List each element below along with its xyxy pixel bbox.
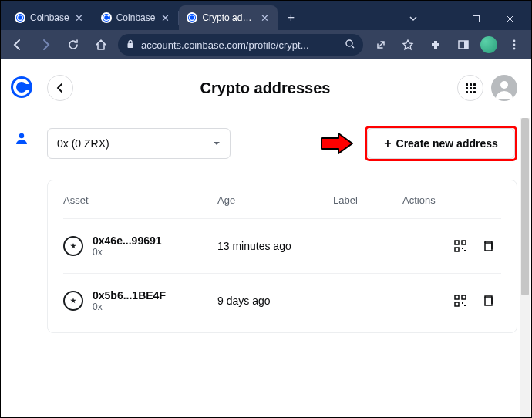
table-row: 0x5b6...1BE4F 0x 9 days ago — [63, 273, 501, 328]
tab-crypto-addresses[interactable]: Crypto addre ✕ — [179, 5, 278, 30]
minimize-button[interactable] — [425, 7, 459, 30]
col-actions: Actions — [402, 194, 501, 206]
svg-rect-28 — [455, 295, 459, 299]
col-age: Age — [217, 194, 333, 206]
page-header: Crypto addresses — [42, 70, 517, 106]
tab-title: Coinbase — [30, 12, 69, 23]
search-in-page-icon[interactable] — [345, 39, 355, 52]
copy-button[interactable] — [481, 239, 495, 253]
address-age: 9 days ago — [217, 295, 333, 307]
coinbase-favicon — [187, 12, 197, 23]
address-symbol: 0x — [93, 302, 166, 312]
address-symbol: 0x — [93, 247, 162, 258]
svg-rect-31 — [462, 302, 463, 304]
qr-code-button[interactable] — [453, 294, 467, 308]
reading-list-button[interactable] — [453, 34, 474, 56]
browser-titlebar: Coinbase ✕ Coinbase ✕ Crypto addre ✕ + — [1, 1, 531, 30]
callout-arrow-icon — [320, 132, 354, 155]
forward-button[interactable] — [35, 34, 56, 56]
svg-rect-30 — [455, 302, 459, 306]
dropdown-value: 0x (0 ZRX) — [57, 137, 109, 150]
create-label: Create new address — [396, 137, 498, 150]
home-button[interactable] — [90, 34, 112, 56]
scrollbar-thumb[interactable] — [521, 118, 529, 295]
tab-coinbase-2[interactable]: Coinbase ✕ — [93, 5, 179, 30]
create-new-address-button[interactable]: + Create new address — [367, 128, 515, 159]
lock-icon — [126, 39, 135, 51]
copy-button[interactable] — [481, 294, 495, 308]
address-age: 13 minutes ago — [217, 240, 333, 252]
caret-down-icon — [213, 137, 221, 150]
page-back-button[interactable] — [47, 75, 73, 101]
scrollbar[interactable] — [520, 118, 530, 417]
svg-point-20 — [19, 133, 24, 138]
svg-rect-22 — [455, 241, 459, 244]
addresses-table: Asset Age Label Actions 0x46e...99691 0x… — [47, 180, 517, 333]
svg-point-14 — [513, 40, 516, 42]
back-button[interactable] — [7, 34, 29, 56]
svg-rect-27 — [485, 243, 492, 251]
apps-grid-button[interactable] — [457, 75, 483, 101]
svg-rect-24 — [455, 248, 459, 251]
svg-rect-33 — [485, 298, 492, 305]
address-bar[interactable]: accounts.coinbase.com/profile/crypt... — [118, 34, 363, 56]
account-avatar-button[interactable] — [491, 75, 517, 101]
qr-code-button[interactable] — [453, 239, 467, 253]
address-hash: 0x46e...99691 — [93, 234, 162, 247]
share-button[interactable] — [369, 34, 391, 56]
new-tab-button[interactable]: + — [281, 8, 301, 28]
close-icon[interactable]: ✕ — [74, 12, 85, 23]
tab-title: Crypto addre — [202, 12, 254, 23]
svg-rect-10 — [128, 43, 133, 48]
svg-rect-13 — [464, 41, 468, 49]
tab-title: Coinbase — [116, 12, 156, 23]
window-controls — [425, 7, 527, 30]
reload-button[interactable] — [62, 34, 84, 56]
close-window-button[interactable] — [493, 7, 527, 30]
tab-search-button[interactable] — [402, 7, 425, 30]
svg-rect-29 — [462, 295, 466, 299]
table-header: Asset Age Label Actions — [63, 180, 501, 218]
main-panel: Crypto addresses 0x (0 ZRX) — [42, 59, 531, 417]
page-title: Crypto addresses — [73, 79, 457, 97]
svg-rect-19 — [22, 84, 30, 90]
coinbase-favicon — [101, 12, 112, 23]
zrx-token-icon — [63, 236, 83, 256]
svg-rect-32 — [464, 305, 466, 306]
browser-toolbar: accounts.coinbase.com/profile/crypt... — [1, 30, 531, 59]
create-address-highlight: + Create new address — [365, 126, 517, 161]
maximize-button[interactable] — [459, 7, 493, 30]
tab-coinbase-1[interactable]: Coinbase ✕ — [7, 5, 93, 30]
coinbase-logo[interactable] — [11, 76, 32, 98]
svg-rect-2 — [20, 17, 22, 19]
grid-icon — [466, 83, 476, 93]
tab-strip: Coinbase ✕ Coinbase ✕ Crypto addre ✕ + — [1, 5, 402, 30]
profile-avatar[interactable] — [480, 36, 497, 53]
svg-rect-23 — [462, 241, 466, 244]
svg-rect-9 — [473, 15, 479, 22]
close-icon[interactable]: ✕ — [160, 12, 170, 23]
bookmark-button[interactable] — [397, 34, 419, 56]
app-sidebar — [1, 59, 42, 417]
svg-point-21 — [500, 81, 508, 89]
plus-icon: + — [384, 137, 391, 150]
coinbase-favicon — [15, 12, 25, 23]
col-asset: Asset — [63, 194, 217, 206]
table-row: 0x46e...99691 0x 13 minutes ago — [63, 218, 501, 273]
chrome-menu-button[interactable] — [503, 34, 525, 56]
col-label: Label — [333, 194, 402, 206]
close-icon[interactable]: ✕ — [259, 12, 270, 23]
zrx-token-icon — [63, 291, 83, 311]
address-hash: 0x5b6...1BE4F — [93, 289, 166, 302]
url-text: accounts.coinbase.com/profile/crypt... — [141, 39, 338, 51]
svg-point-11 — [346, 40, 352, 46]
sidebar-user-icon[interactable] — [14, 130, 29, 149]
svg-point-16 — [513, 48, 516, 50]
asset-dropdown[interactable]: 0x (0 ZRX) — [47, 128, 231, 159]
svg-rect-25 — [462, 248, 463, 249]
svg-point-15 — [513, 44, 516, 46]
svg-rect-5 — [106, 17, 108, 19]
extensions-button[interactable] — [425, 34, 446, 56]
controls-row: 0x (0 ZRX) + Create new address — [47, 126, 517, 161]
page-content: Crypto addresses 0x (0 ZRX) — [1, 59, 531, 417]
